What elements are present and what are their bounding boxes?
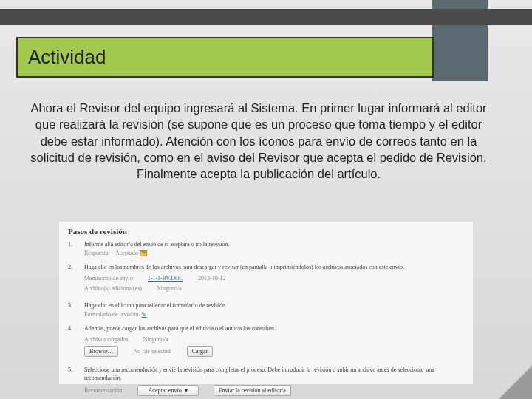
form-icon[interactable]: ✎ bbox=[141, 311, 146, 318]
respuesta-label: Respuesta bbox=[84, 250, 108, 256]
archivos-cargados-label: Archivos cargados bbox=[84, 335, 129, 344]
page-corner-fold bbox=[499, 366, 532, 399]
step-2: 2. Haga clic en los nombres de los archi… bbox=[68, 263, 464, 296]
step-number: 5. bbox=[68, 366, 77, 396]
slide: Actividad Ahora el Revisor del equipo in… bbox=[0, 0, 532, 399]
step-3: 3. Haga clic en el icono para rellenar e… bbox=[68, 301, 464, 318]
step-5: 5. Seleccione una recomendación y envíe … bbox=[68, 366, 464, 396]
formulario-label: Formulario de revisión bbox=[84, 311, 138, 318]
step-text: Informe al/a editor/a del envío de si ac… bbox=[84, 240, 464, 248]
step-number: 3. bbox=[68, 301, 77, 318]
slide-body: Ahora el Revisor del equipo ingresará al… bbox=[22, 100, 495, 182]
manuscrito-date: 2013-10-12 bbox=[198, 274, 225, 282]
step-4: 4. Además, puede cargar los archivos par… bbox=[68, 324, 464, 361]
step-number: 1. bbox=[68, 240, 77, 256]
step-text: Haga clic en los nombres de los archivos… bbox=[84, 263, 464, 271]
embedded-screenshot: Pasos de revisión 1. Informe al/a editor… bbox=[59, 222, 473, 384]
title-box: Actividad bbox=[16, 37, 434, 78]
no-file-text: No file selected. bbox=[133, 347, 171, 355]
reco-label: Recomendación bbox=[84, 386, 123, 395]
browse-button[interactable]: Browse… bbox=[84, 346, 118, 357]
manuscrito-link[interactable]: 1-1-1-RV.DOC bbox=[148, 274, 183, 282]
cargar-button[interactable]: Cargar bbox=[187, 346, 214, 357]
panel-heading: Pasos de revisión bbox=[68, 226, 464, 237]
slide-title: Actividad bbox=[28, 46, 422, 69]
step-number: 2. bbox=[68, 263, 77, 296]
ninguno-text: Ninguno/a bbox=[143, 335, 168, 344]
manuscrito-label: Manuscrito de envío bbox=[84, 274, 133, 282]
envelope-icon[interactable] bbox=[140, 250, 147, 256]
archivos-label: Archivo(s) adicional(es) bbox=[84, 284, 142, 293]
ninguno-text: Ninguno/a bbox=[157, 284, 182, 293]
step-text: Seleccione una recomendación y envíe la … bbox=[84, 366, 464, 382]
step-1: 1. Informe al/a editor/a del envío de si… bbox=[68, 240, 464, 256]
step-text: Además, puede cargar los archivos para q… bbox=[84, 324, 464, 332]
enviar-button[interactable]: Enviar la revisión al editor/a bbox=[214, 385, 291, 396]
reco-select[interactable]: Aceptar envío ▾ bbox=[137, 385, 199, 396]
aceptado-text: Aceptado bbox=[115, 250, 138, 256]
step-number: 4. bbox=[68, 324, 77, 361]
top-bar bbox=[0, 9, 532, 25]
step-text: Haga clic en el icono para rellenar el f… bbox=[84, 301, 464, 310]
